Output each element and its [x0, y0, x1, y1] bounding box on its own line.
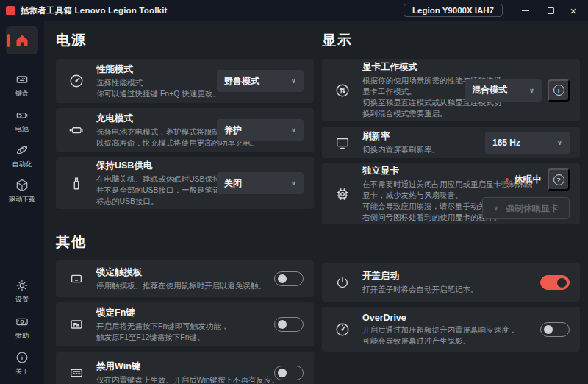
chevron-down-icon: ∨: [529, 87, 534, 94]
disable-win-key-toggle[interactable]: [274, 366, 304, 380]
gpu-mode-select[interactable]: 混合模式 ∨: [465, 79, 542, 102]
card-title: OverDrive: [362, 313, 540, 323]
lid-open-start-toggle[interactable]: [540, 275, 570, 290]
card-desc: 右侧问号图标处看到的使用显卡的程序。: [362, 212, 482, 223]
fn-key-icon: [68, 316, 85, 333]
sidebar-item-home[interactable]: [6, 26, 38, 54]
sidebar-item-label: 电池: [15, 124, 29, 134]
device-selector[interactable]: Legion Y9000X IAH7: [404, 4, 503, 17]
close-button[interactable]: ×: [563, 0, 588, 21]
section-header-other: 其他: [56, 234, 314, 250]
gauge-icon: [68, 73, 85, 89]
force-sleep-gpu-label: 强制休眠显卡: [506, 202, 559, 215]
info-circle-icon: [15, 350, 29, 365]
usb-icon: [68, 175, 85, 191]
card-desc: 触发原F1至F12键需按下Fn键。: [96, 332, 274, 343]
chevron-down-icon: ∨: [291, 77, 296, 85]
overdrive-toggle[interactable]: [540, 322, 570, 337]
card-text: 刷新率 切换内置屏幕刷新率。: [362, 130, 485, 155]
card-title: 开盖启动: [362, 270, 540, 282]
card-desc: 并不是全部的USB接口，一般是笔记本旁标有电池: [96, 185, 217, 196]
card-desc: 选择性能模式: [96, 77, 217, 88]
lock-touchpad-toggle[interactable]: [274, 271, 304, 286]
card-desc: 切换至独显直连模式或从独显直连模式切: [362, 97, 465, 108]
force-sleep-gpu-button[interactable]: ∨ 强制休眠显卡: [482, 197, 570, 219]
monitor-icon: [334, 135, 351, 151]
sidebar-item-automation[interactable]: 自动化: [12, 143, 32, 169]
card-text: OverDrive 开启后通过加压超频提升内置屏幕响应速度， 可能会导致屏幕过冲…: [362, 313, 540, 346]
app-title: 拯救者工具箱 Lenovo Legion Toolkit: [21, 5, 168, 16]
card-always-on-usb: 保持USB供电 在电脑关机、睡眠或休眠时USB保持供电。 并不是全部的USB接口…: [56, 157, 314, 209]
automation-rocket-icon: [15, 143, 29, 157]
card-desc: 根据你的使用场景所需的性能与续航选择: [362, 75, 465, 86]
sidebar-item-settings[interactable]: 设置: [15, 278, 29, 305]
card-title: 显卡工作模式: [362, 61, 465, 74]
select-value: 混合模式: [472, 84, 507, 96]
card-text: 保持USB供电 在电脑关机、睡眠或休眠时USB保持供电。 并不是全部的USB接口…: [96, 160, 217, 207]
performance-mode-select[interactable]: 野兽模式 ∨: [217, 70, 304, 92]
column-spacer: [322, 230, 580, 263]
sidebar-item-drivers[interactable]: 驱动下载: [9, 178, 35, 205]
banknote-icon: [15, 314, 29, 329]
toggle-knob: [544, 325, 553, 334]
card-desc: 可能会导致应用崩溃，请尽量手动关闭将鼠标放到: [362, 201, 482, 212]
touchpad-icon: [68, 271, 85, 287]
battery-icon: [15, 107, 29, 122]
power-icon: [334, 274, 351, 291]
usb-power-select[interactable]: 关闭 ∨: [217, 172, 304, 194]
card-text: 锁定触摸板 停用触摸板。推荐在使用鼠标时开启以避免误触。: [96, 266, 274, 291]
card-title: 保持USB供电: [96, 160, 217, 172]
card-title: 刷新率: [362, 130, 485, 143]
gpu-mode-info-button[interactable]: i: [548, 79, 570, 102]
main-content: 电源 性能模式 选择性能模式 你可以通过快捷键 Fn+Q 快速更改。 野兽模式 …: [44, 21, 588, 384]
status-dot-icon: ●: [504, 176, 509, 183]
card-desc: 选择电池充电模式，养护模式将限制电池充电电量: [96, 127, 217, 138]
select-value: 165 Hz: [492, 138, 520, 148]
card-title: 独立显卡: [362, 165, 482, 177]
chevron-down-icon: ∨: [493, 205, 498, 212]
card-desc: 换到混合模式需要重启。: [362, 108, 465, 119]
chevron-down-icon: ∨: [291, 179, 296, 187]
card-title: 性能模式: [96, 63, 217, 76]
chip-icon: [334, 186, 351, 202]
card-title: 充电模式: [96, 113, 217, 125]
lock-fn-key-toggle[interactable]: [274, 317, 304, 332]
charge-mode-select[interactable]: 养护 ∨: [217, 119, 304, 141]
close-icon: ×: [570, 4, 577, 17]
dgpu-help-button[interactable]: ?: [548, 168, 570, 191]
home-icon: [14, 32, 30, 49]
chevron-down-icon: ∨: [291, 127, 296, 134]
select-value: 关闭: [224, 177, 242, 190]
card-text: 禁用Win键 仅在内置键盘上生效。开启后Win键按下不再有反应。: [96, 360, 274, 384]
sidebar-item-label: 赞助: [15, 331, 29, 341]
win-keyboard-icon: [68, 365, 85, 381]
left-column: 电源 性能模式 选择性能模式 你可以通过快捷键 Fn+Q 快速更改。 野兽模式 …: [56, 29, 314, 384]
card-text: 独立显卡 在不需要时通过关闭占用应用或重启显卡强制休眠 显卡，减少发热与风扇噪音…: [362, 165, 482, 223]
sidebar-item-about[interactable]: 关于: [15, 350, 29, 377]
card-desc: 在电脑关机、睡眠或休眠时USB保持供电。: [96, 174, 217, 185]
minimize-button[interactable]: [513, 0, 538, 21]
card-text: 性能模式 选择性能模式 你可以通过快捷键 Fn+Q 快速更改。: [96, 63, 217, 99]
card-desc: 显卡工作模式。: [362, 86, 465, 97]
section-header-display: 显示: [322, 32, 580, 49]
maximize-button[interactable]: [538, 0, 563, 21]
gpu-mode-icon: [334, 82, 351, 99]
sidebar-bottom: 设置 赞助 关于: [15, 278, 29, 378]
sidebar-item-label: 设置: [15, 295, 29, 305]
battery-charge-icon: [68, 122, 85, 138]
select-value: 养护: [224, 124, 242, 137]
toggle-knob: [278, 369, 287, 377]
sidebar-item-label: 驱动下载: [9, 195, 35, 205]
card-charge-mode: 充电模式 选择电池充电模式，养护模式将限制电池充电电量 以提高寿命，快充模式将使…: [56, 108, 314, 152]
sidebar-item-battery[interactable]: 电池: [15, 107, 29, 134]
refresh-rate-select[interactable]: 165 Hz ∨: [485, 132, 570, 154]
card-text: 开盖启动 打开盖子时将会自动开启笔记本。: [362, 270, 540, 295]
maximize-icon: [548, 7, 554, 14]
card-text: 充电模式 选择电池充电模式，养护模式将限制电池充电电量 以提高寿命，快充模式将使…: [96, 113, 217, 149]
card-title: 禁用Win键: [96, 360, 274, 373]
sidebar-item-donate[interactable]: 赞助: [15, 314, 29, 341]
package-icon: [15, 178, 29, 193]
card-performance-mode: 性能模式 选择性能模式 你可以通过快捷键 Fn+Q 快速更改。 野兽模式 ∨: [56, 59, 314, 103]
sidebar-item-keyboard[interactable]: 键盘: [15, 72, 29, 99]
card-desc: 开启后将无需按下Fn键即可触发功能，: [96, 321, 274, 332]
